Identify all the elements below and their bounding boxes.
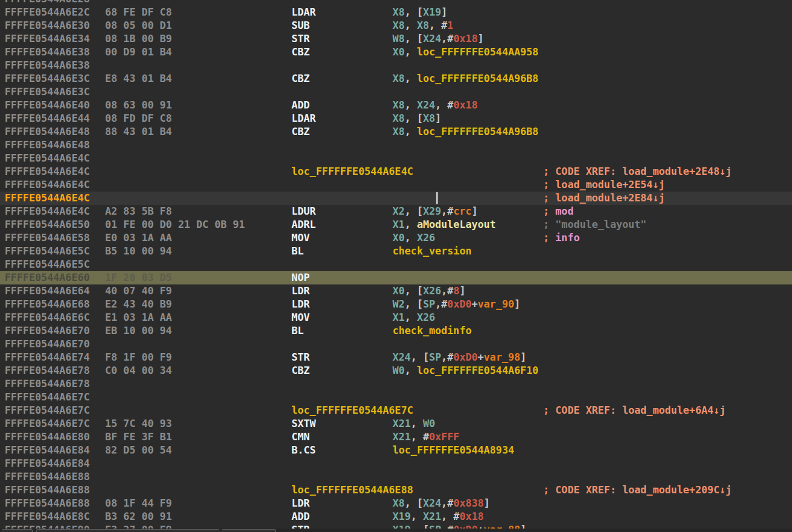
punctuation[interactable]: , [ xyxy=(405,6,423,18)
opcode-bytes-cell[interactable]: B5 10 00 94 xyxy=(105,245,172,258)
opcode-bytes-cell[interactable]: E2 43 40 B9 xyxy=(105,298,172,311)
register-token[interactable]: X19 xyxy=(393,511,411,522)
data-name-token[interactable]: aModuleLayout xyxy=(417,219,496,230)
current-address-cell[interactable]: FFFFE0544A6E4C xyxy=(5,192,90,205)
disasm-row[interactable]: FFFFE0544A6E80BF FE 3F B1CMNX21, #0xFFF xyxy=(0,430,792,444)
address-cell[interactable]: FFFFE0544A6E88 xyxy=(5,470,90,484)
register-token[interactable]: X8 xyxy=(417,20,429,31)
punctuation[interactable]: + xyxy=(472,298,478,310)
punctuation[interactable]: , xyxy=(405,73,417,84)
location-label-token[interactable]: loc_FFFFFFE0544A8934 xyxy=(393,444,514,456)
location-label-token[interactable]: loc_FFFFFFE0544A96B8 xyxy=(417,126,539,137)
opcode-bytes-cell[interactable]: 40 07 40 F9 xyxy=(105,284,172,298)
opcode-bytes-cell[interactable]: B3 62 00 91 xyxy=(105,510,172,523)
opcode-bytes-cell[interactable]: 00 D9 01 B4 xyxy=(105,46,172,59)
mnemonic[interactable]: LDUR xyxy=(292,205,316,217)
punctuation[interactable]: , xyxy=(411,511,423,522)
address-cell[interactable]: FFFFE0544A6E48 xyxy=(5,125,90,138)
punctuation[interactable]: , # xyxy=(435,99,454,111)
disasm-row[interactable]: FFFFE0544A6E48 xyxy=(0,138,792,152)
mnemonic[interactable]: LDR xyxy=(292,298,310,310)
punctuation[interactable]: ] xyxy=(459,285,466,297)
mnemonic[interactable]: CMN xyxy=(292,431,310,443)
punctuation[interactable]: , [ xyxy=(405,113,423,124)
address-cell[interactable]: FFFFE0544A6E38 xyxy=(5,46,90,59)
register-token[interactable]: X24 xyxy=(393,351,411,363)
address-cell[interactable]: FFFFE0544A6E80 xyxy=(5,430,90,444)
address-cell[interactable]: FFFFE0544A6E4C xyxy=(5,152,90,165)
disasm-row[interactable]: FFFFE0544A6E38 xyxy=(0,59,792,72)
stack-variable-token[interactable]: crc xyxy=(453,205,472,217)
disasm-row[interactable]: FFFFE0544A6E4408 FD DF C8LDARX8, [X8] xyxy=(0,112,792,125)
punctuation[interactable]: , xyxy=(405,126,417,137)
disasm-row[interactable]: FFFFE0544A6E7C15 7C 40 93SXTWX21, W0 xyxy=(0,417,792,430)
location-label[interactable]: loc_FFFFFFE0544A6E7C xyxy=(292,404,413,416)
address-cell[interactable]: FFFFE0544A6E40 xyxy=(5,99,90,112)
register-token[interactable]: X8 xyxy=(393,126,405,137)
punctuation[interactable]: , # xyxy=(411,431,429,443)
opcode-bytes-cell[interactable]: 15 7C 40 93 xyxy=(105,417,172,430)
punctuation[interactable]: ,# xyxy=(441,205,453,217)
disasm-row[interactable]: FFFFE0544A6E78C0 04 00 34CBZW0, loc_FFFF… xyxy=(0,364,792,377)
function-name-token[interactable]: check_version xyxy=(393,245,472,257)
punctuation[interactable]: ] xyxy=(435,113,442,124)
opcode-bytes-cell[interactable]: E0 03 1A AA xyxy=(105,231,172,245)
address-cell[interactable]: FFFFE0544A6E88 xyxy=(5,497,90,510)
immediate-token[interactable]: 0x18 xyxy=(459,511,484,522)
disasm-row[interactable]: FFFFE0544A6E78 xyxy=(0,377,792,391)
disasm-row[interactable]: FFFFE0544A6E8482 D5 00 54B.CSloc_FFFFFFE… xyxy=(0,444,792,457)
opcode-bytes-cell[interactable]: E8 43 01 B4 xyxy=(105,72,172,85)
disasm-row[interactable]: FFFFE0544A6E4CA2 83 5B F8LDURX2, [X29,#c… xyxy=(0,205,792,218)
location-label-token[interactable]: loc_FFFFFFE0544A6F10 xyxy=(417,365,539,376)
register-token[interactable]: X26 xyxy=(417,312,435,323)
mnemonic[interactable]: CBZ xyxy=(292,365,310,376)
scrollbar-segment[interactable] xyxy=(222,529,276,532)
register-token[interactable]: X8 xyxy=(393,113,405,124)
address-cell[interactable]: FFFFE0544A6E74 xyxy=(5,351,90,364)
punctuation[interactable]: , # xyxy=(441,511,459,522)
function-name-token[interactable]: check_modinfo xyxy=(393,325,472,336)
mnemonic[interactable]: NOP xyxy=(292,272,310,283)
address-cell[interactable]: FFFFE0544A6E68 xyxy=(5,298,90,311)
register-token[interactable]: W0 xyxy=(393,365,405,376)
opcode-bytes-cell[interactable]: 08 1B 00 B9 xyxy=(105,32,172,46)
punctuation[interactable]: , # xyxy=(429,20,447,31)
punctuation[interactable]: ] xyxy=(472,205,478,217)
address-cell[interactable]: FFFFE0544A6E7C xyxy=(5,404,90,417)
disasm-row[interactable]: FFFFE0544A6E5C xyxy=(0,258,792,271)
disasm-row[interactable]: FFFFE0544A6E5CB5 10 00 94BLcheck_version xyxy=(0,245,792,258)
location-label-token[interactable]: loc_FFFFFFE0544A96B8 xyxy=(417,73,539,84)
immediate-token[interactable]: 1 xyxy=(447,20,454,31)
register-token[interactable]: SP xyxy=(429,351,441,363)
register-token[interactable]: X0 xyxy=(393,285,405,297)
immediate-token[interactable]: 0x838 xyxy=(453,497,484,509)
register-token[interactable]: X8 xyxy=(393,20,405,31)
mnemonic[interactable]: CBZ xyxy=(292,126,310,137)
mnemonic[interactable]: STR xyxy=(292,351,310,363)
punctuation[interactable]: , [ xyxy=(405,497,423,509)
register-token[interactable]: SP xyxy=(423,298,435,310)
address-cell[interactable]: FFFFE0544A6E3C xyxy=(5,85,90,99)
register-token[interactable]: X24 xyxy=(423,497,442,509)
register-token[interactable]: X8 xyxy=(393,99,405,111)
address-cell[interactable]: FFFFE0544A6E60 xyxy=(5,271,90,284)
address-cell[interactable]: FFFFE0544A6E8C xyxy=(5,510,90,523)
opcode-bytes-cell[interactable]: 08 1F 44 F9 xyxy=(105,497,172,510)
punctuation[interactable]: , [ xyxy=(405,33,423,44)
punctuation[interactable]: ,# xyxy=(441,285,453,297)
disasm-row[interactable]: FFFFE0544A6E70 xyxy=(0,338,792,351)
disasm-row[interactable]: FFFFE0544A6E4C xyxy=(0,152,792,165)
opcode-bytes-cell[interactable]: BF FE 3F B1 xyxy=(105,430,172,444)
address-cell[interactable]: FFFFE0544A6E78 xyxy=(5,377,90,391)
address-cell[interactable]: FFFFE0544A6E50 xyxy=(5,218,90,231)
punctuation[interactable]: , xyxy=(405,20,417,31)
register-token[interactable]: W0 xyxy=(423,418,435,429)
address-cell[interactable]: FFFFE0544A6E3C xyxy=(5,72,90,85)
address-cell[interactable]: FFFFE0544A6E64 xyxy=(5,284,90,298)
register-token[interactable]: W2 xyxy=(393,298,405,310)
location-label[interactable]: loc_FFFFFFE0544A6E4C xyxy=(292,166,413,177)
punctuation[interactable]: ,# xyxy=(441,497,453,509)
register-token[interactable]: X24 xyxy=(417,99,435,111)
register-token[interactable]: X0 xyxy=(393,232,405,243)
mnemonic[interactable]: ADD xyxy=(292,511,310,522)
